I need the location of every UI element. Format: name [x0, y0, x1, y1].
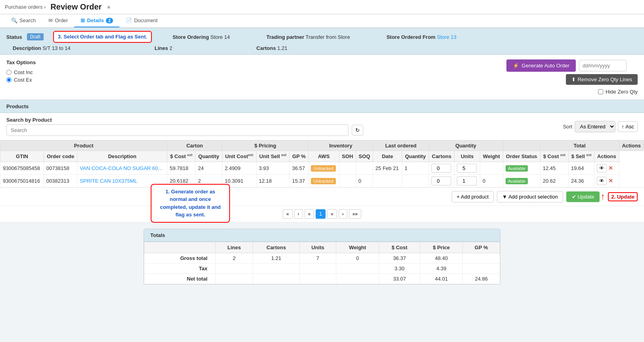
- totals-net-label: Net total: [144, 273, 216, 284]
- cell-last-qty: [402, 174, 429, 187]
- refresh-button[interactable]: ↻: [352, 125, 363, 136]
- cell-units-input[interactable]: [454, 162, 480, 174]
- cell-last-date: 25 Feb 21: [373, 162, 402, 174]
- search-input[interactable]: [6, 124, 349, 136]
- tab-document[interactable]: 📄 Document: [119, 14, 164, 27]
- cell-cartons-input[interactable]: [429, 174, 454, 187]
- cell-units-input[interactable]: [454, 174, 480, 187]
- tab-details[interactable]: ⊞ Details 2: [74, 14, 119, 27]
- cell-soh: [339, 162, 356, 174]
- page-prev-button[interactable]: «: [305, 209, 314, 219]
- star-icon[interactable]: ★: [106, 4, 111, 10]
- step1-annotation: 1. Generate order as normal and once com…: [151, 184, 230, 223]
- asc-button[interactable]: ↑ Asc: [618, 121, 638, 132]
- th-order-code: Order code: [44, 151, 77, 162]
- cell-last-date: [373, 174, 402, 187]
- breadcrumb: Purchase orders ›: [5, 4, 46, 10]
- view-button[interactable]: 👁: [597, 164, 607, 172]
- remove-button[interactable]: ✕: [608, 178, 613, 184]
- cell-gp-pct: 36.57: [289, 162, 309, 174]
- cell-unit-cost: 2.4909: [222, 162, 256, 174]
- totals-tax-gp: [463, 263, 500, 273]
- description-value: S/T 13 to 14: [42, 45, 71, 51]
- tab-order-label: Order: [55, 17, 68, 23]
- page-1-button[interactable]: 1: [316, 209, 326, 219]
- cell-unit-sell: 12.18: [256, 174, 289, 187]
- order-status-badge: Available: [506, 178, 528, 184]
- cost-inc-row: Cost Inc: [6, 69, 36, 75]
- sort-select[interactable]: As Entered: [575, 121, 615, 132]
- cell-weight: [480, 162, 503, 174]
- totals-gross-units: 7: [300, 253, 336, 263]
- th-gp-pct: GP %: [289, 151, 309, 162]
- tab-search[interactable]: 🔍 Search: [5, 14, 42, 27]
- cell-order-status: Available: [503, 174, 540, 187]
- page-next-button[interactable]: »: [327, 209, 337, 219]
- description-field: Description S/T 13 to 14: [13, 45, 71, 51]
- group-product: Product: [0, 141, 167, 151]
- remove-button[interactable]: ✕: [608, 165, 613, 171]
- units-qty-input[interactable]: [457, 164, 477, 173]
- cartons-qty-input[interactable]: [431, 164, 451, 173]
- th-total-cartons: Cartons: [253, 242, 299, 253]
- tab-search-label: Search: [19, 17, 36, 23]
- page-title: Review Order: [50, 2, 102, 11]
- page-next-next-button[interactable]: ›: [339, 209, 347, 219]
- view-button[interactable]: 👁: [597, 177, 607, 185]
- generate-auto-order-button[interactable]: ⚡ Generate Auto Order: [506, 59, 576, 72]
- cost-inc-radio[interactable]: [6, 70, 12, 75]
- order-status-badge: Available: [506, 165, 528, 172]
- totals-tax-cost: 3.30: [379, 263, 420, 273]
- date-input[interactable]: [579, 60, 627, 71]
- units-qty-input[interactable]: [457, 176, 477, 185]
- search-by-product-label: Search by Product: [6, 117, 363, 123]
- add-product-selection-button[interactable]: ▼ Add product selection: [497, 191, 563, 203]
- store-ordering-label: Store Ordering: [172, 34, 209, 40]
- page-prev-prev-button[interactable]: ‹: [294, 209, 303, 219]
- refresh-icon: ↻: [355, 127, 360, 133]
- cell-cartons-input[interactable]: [429, 162, 454, 174]
- remove-zero-qty-button[interactable]: ⬆ Remove Zero Qty Lines: [566, 74, 638, 85]
- th-total-price: $ Price: [420, 242, 463, 253]
- breadcrumb-parent[interactable]: Purchase orders: [5, 4, 42, 10]
- add-product-button[interactable]: + Add product: [452, 191, 494, 203]
- th-unit-sell: Unit Sell ext: [256, 151, 289, 162]
- totals-tax-row: Tax 3.30 4.39: [144, 263, 500, 273]
- cell-description[interactable]: VAN COCA-COLA NO SUGAR 60...: [77, 162, 167, 174]
- trading-partner-label: Trading partner: [266, 34, 304, 40]
- th-soh: SOH: [339, 151, 356, 162]
- products-header: Products: [0, 100, 644, 113]
- totals-net-row: Net total 33.07 44.01 24.86: [144, 273, 500, 284]
- th-unit-cost: Unit Costext: [222, 151, 256, 162]
- details-icon: ⊞: [80, 17, 85, 23]
- totals-gross-lines: 2: [216, 253, 253, 263]
- cost-ex-radio[interactable]: [6, 77, 12, 82]
- th-total-gp: GP %: [463, 242, 500, 253]
- tab-details-badge: 2: [106, 18, 113, 23]
- tax-section: Tax Options Cost Inc Cost Ex ⚡ Generate …: [0, 55, 644, 100]
- download-icon: ⬆: [571, 76, 576, 82]
- th-total-units: Units: [300, 242, 336, 253]
- cell-gp-pct: 15.37: [289, 174, 309, 187]
- search-bar-row: Search by Product ↻ Sort As Entered ↑ As…: [0, 113, 644, 140]
- cell-last-qty: 1: [402, 162, 429, 174]
- pagination-row: « ‹ « 1 » › »»: [0, 206, 644, 222]
- th-order-status: Order Status: [503, 151, 540, 162]
- th-total-lines: Lines: [216, 242, 253, 253]
- tab-order[interactable]: ✉ Order: [42, 14, 74, 27]
- update-button[interactable]: ✔ Update: [566, 191, 600, 202]
- page-last-button[interactable]: »»: [349, 209, 361, 219]
- totals-gross-cartons: 1.21: [253, 253, 299, 263]
- cell-aws: Untracked: [309, 162, 339, 174]
- group-pricing: $ Pricing: [222, 141, 309, 151]
- totals-gross-label: Gross total: [144, 253, 216, 263]
- th-description: Description: [77, 151, 167, 162]
- page-first-button[interactable]: «: [283, 209, 293, 219]
- cartons-qty-input[interactable]: [431, 176, 451, 185]
- tax-options-title: Tax Options: [6, 59, 36, 65]
- cell-actions: 👁 ✕: [594, 174, 619, 187]
- totals-tax-units: [300, 263, 336, 273]
- update-label: ✔ Update: [572, 194, 594, 200]
- hide-zero-qty-checkbox[interactable]: [598, 89, 603, 94]
- cell-total-cost: 12.45: [540, 162, 568, 174]
